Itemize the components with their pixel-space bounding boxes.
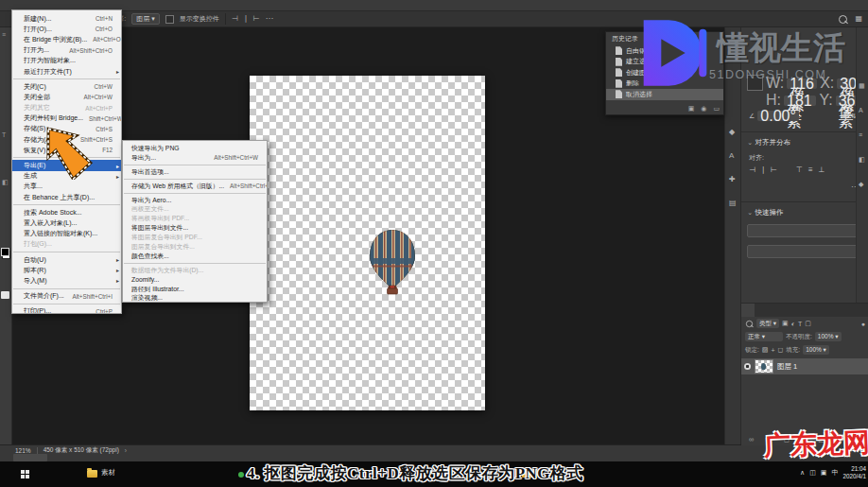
file-menu-item[interactable]: 关闭全部 Alt+Ctrl+W <box>12 92 121 102</box>
file-menu-item[interactable]: 搜索 Adobe Stock... <box>12 207 121 217</box>
file-menu-item[interactable]: 关闭并转到 Bridge... Shift+Ctrl+W <box>12 113 121 124</box>
file-menu-item[interactable]: 关闭其它 Alt+Ctrl+P <box>12 103 121 113</box>
libraries-panel-icon[interactable]: ◆ <box>729 128 735 136</box>
fill-dropdown[interactable]: 100% ▾ <box>803 345 829 355</box>
filter-type-dropdown[interactable]: 类型 ▾ <box>756 319 779 328</box>
history-state-row[interactable]: 删除 <box>606 78 723 90</box>
quick-mask-icon[interactable] <box>1 291 9 299</box>
file-menu-item[interactable]: 恢复(V) F12 <box>12 145 121 155</box>
more-options-icon[interactable]: ⋯ <box>266 14 273 24</box>
show-transform-checkbox[interactable] <box>165 15 174 24</box>
history-state-row[interactable]: 自由钢笔 <box>606 45 723 57</box>
toolbar-collapse-icon[interactable]: ≡ <box>2 31 6 38</box>
align-horizontal-centers-icon[interactable]: ∣ <box>761 165 765 174</box>
align-bottom-edges-icon[interactable]: ⊥ <box>819 165 825 174</box>
link-layers-icon[interactable]: ∞ <box>749 435 754 444</box>
new-snapshot-icon[interactable]: ◉ <box>701 105 706 113</box>
align-right-icon[interactable]: ⊢ <box>253 14 260 24</box>
align-left-icon[interactable]: ⊣ <box>232 14 238 24</box>
file-menu-item[interactable]: 置入链接的智能对象(K)... <box>12 229 121 239</box>
input-method-icon[interactable]: 中 <box>831 468 838 478</box>
layer-thumbnail[interactable] <box>755 359 773 374</box>
export-menu-item[interactable]: 渲染视频... <box>123 293 267 303</box>
export-menu-item[interactable]: 导出为 Aero... <box>123 196 267 205</box>
search-icon[interactable] <box>839 15 847 24</box>
tray-network-icon[interactable]: ◫ <box>809 469 816 477</box>
color-panel-icon[interactable]: ▦ <box>859 82 865 90</box>
foreground-color-swatch[interactable] <box>1 248 9 256</box>
quick-action-button[interactable] <box>747 224 862 237</box>
panel-tab[interactable] <box>755 304 768 317</box>
export-menu-item[interactable]: 图层复合导出到文件... <box>123 242 267 252</box>
history-state-row[interactable]: 建立选区 <box>606 57 723 68</box>
glyphs-panel-icon[interactable]: ◧ <box>859 156 865 164</box>
export-menu-item[interactable]: 快速导出为 PNG <box>123 144 267 153</box>
file-menu-item[interactable]: 打印(P)... Ctrl+P <box>12 306 121 314</box>
file-menu-item[interactable]: 生成 <box>12 171 121 182</box>
export-menu-item[interactable]: Zoomify... <box>123 275 267 285</box>
tray-expand-icon[interactable]: ∧ <box>800 469 805 477</box>
history-state-row[interactable]: 创建图层 <box>606 67 723 78</box>
filter-toggle-icon[interactable]: ● <box>861 321 865 327</box>
file-menu-item[interactable]: 存储(S) Ctrl+S <box>12 124 121 134</box>
blend-mode-dropdown[interactable]: 正常 ▾ <box>745 332 783 341</box>
zoom-level[interactable]: 121% <box>15 447 31 454</box>
color-swatches[interactable] <box>1 248 10 259</box>
layer-visibility-eye-icon[interactable] <box>744 363 751 370</box>
file-menu-item[interactable]: 新建(N)... Ctrl+N <box>12 13 121 24</box>
align-section-header[interactable]: 对齐并分布 <box>747 138 790 148</box>
file-menu-item[interactable]: 存储为(A)... Shift+Ctrl+S <box>12 134 121 145</box>
filter-type-layers-icon[interactable]: T <box>798 321 802 327</box>
file-menu-item[interactable]: 置入嵌入对象(L)... <box>12 217 121 228</box>
file-menu-item[interactable]: 共享... <box>12 182 121 192</box>
character-panel-icon[interactable]: A <box>729 151 734 160</box>
file-menu-item[interactable]: 打开为智能对象... <box>12 56 121 66</box>
align-left-edges-icon[interactable]: ⊣ <box>749 165 755 174</box>
width-field[interactable]: 116 像素 <box>787 78 817 89</box>
export-menu-item[interactable]: 数据组作为文件导出(D)... <box>123 266 267 275</box>
type-tool-icon[interactable]: T <box>2 131 6 138</box>
align-right-edges-icon[interactable]: ⊢ <box>771 165 777 174</box>
file-menu-item[interactable]: 自动(U) <box>12 254 121 265</box>
file-menu-item[interactable]: 脚本(R) <box>12 265 121 275</box>
export-menu-item[interactable]: 将画板导出到 PDF... <box>123 214 267 223</box>
crop-panel-icon[interactable]: ✚ <box>729 175 736 183</box>
align-center-icon[interactable]: ∣ <box>244 14 248 24</box>
lock-all-icon[interactable]: ◻ <box>778 346 784 354</box>
lock-position-icon[interactable]: + <box>771 347 774 354</box>
quick-action-button[interactable] <box>747 245 862 258</box>
pen-tool-icon[interactable]: ◧ <box>2 179 9 186</box>
file-menu-item[interactable]: 导出(E) <box>12 160 121 170</box>
export-menu-item[interactable]: 导出为... Alt+Shift+Ctrl+W <box>123 153 267 163</box>
panel-tab[interactable] <box>768 304 781 317</box>
paragraph-panel-icon[interactable]: ≡ <box>859 131 862 138</box>
panel-tab[interactable] <box>741 304 755 317</box>
export-menu-item[interactable]: 导出首选项... <box>123 167 267 177</box>
export-menu-item[interactable]: 存储为 Web 所用格式（旧版）... Alt+Shift+Ctrl+S <box>123 182 267 191</box>
taskbar-clock[interactable]: 21:04 2020/4/1 <box>842 465 866 480</box>
export-menu-item[interactable]: 颜色查找表... <box>123 252 267 261</box>
delete-state-icon[interactable]: ▭ <box>713 105 720 113</box>
history-state-row[interactable]: 取消选择 <box>606 89 723 100</box>
file-menu-item[interactable]: 导入(M) <box>12 275 121 286</box>
opacity-dropdown[interactable]: 100% ▾ <box>815 332 842 341</box>
export-menu-item[interactable]: 画板至文件... <box>123 204 267 214</box>
start-button[interactable] <box>21 470 29 478</box>
filter-pixel-layers-icon[interactable]: ▣ <box>782 320 789 327</box>
export-menu-item[interactable]: 将图层复合导出到 PDF... <box>123 233 267 242</box>
character-styles-icon[interactable]: A <box>859 107 863 113</box>
file-menu-item[interactable]: 最近打开文件(T) <box>12 66 121 77</box>
file-menu-item[interactable]: 在 Bridge 中浏览(B)... Alt+Ctrl+O <box>12 34 121 44</box>
filter-shape-layers-icon[interactable]: ▢ <box>805 320 811 327</box>
export-menu-item[interactable]: 路径到 Illustrator... <box>123 285 267 294</box>
align-vertical-centers-icon[interactable]: ≡ <box>808 165 813 174</box>
file-menu-item[interactable]: 打开(O)... Ctrl+O <box>12 24 121 34</box>
taskbar-item[interactable]: 素材 <box>87 468 115 478</box>
lock-transparency-icon[interactable]: ▨ <box>762 346 769 354</box>
layer-row[interactable]: 图层 1 <box>741 358 868 374</box>
align-top-edges-icon[interactable]: ⊤ <box>796 165 803 174</box>
tray-volume-icon[interactable]: ▣ <box>821 469 827 477</box>
file-menu-item[interactable]: 在 Behance 上共享(D)... <box>12 192 121 202</box>
document-tab[interactable] <box>13 454 47 461</box>
angle-field[interactable]: 0.00° <box>757 111 799 121</box>
